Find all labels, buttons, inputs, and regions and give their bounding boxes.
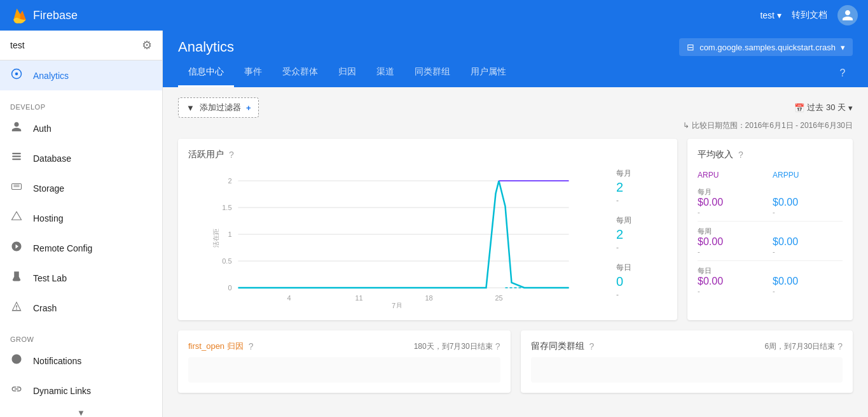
avatar[interactable] xyxy=(837,5,858,25)
tab-audience[interactable]: 受众群体 xyxy=(272,59,328,87)
active-users-help-icon[interactable]: ? xyxy=(229,150,234,160)
sidebar-project: test ⚙ xyxy=(0,31,162,60)
sidebar-item-dynamic-links[interactable]: Dynamic Links xyxy=(0,376,162,406)
daily-label-rev: 每日 xyxy=(698,266,843,276)
app-selector-label: com.google.samples.quickstart.crash xyxy=(699,43,836,52)
help-icon[interactable]: ? xyxy=(832,63,853,83)
svg-text:4: 4 xyxy=(287,294,291,302)
compare-arrow-icon: ↳ xyxy=(683,121,689,130)
auth-label: Auth xyxy=(33,124,52,134)
filter-button-label: 添加过滤器 xyxy=(200,102,241,113)
add-filter-button[interactable]: ▼ 添加过滤器 + xyxy=(178,97,259,118)
filter-row: ▼ 添加过滤器 + 📅 过去 30 天 ▾ xyxy=(178,97,853,118)
avg-revenue-card: 平均收入 ? ARPU ARPPU 每月 $0.00 $0.00 xyxy=(687,139,853,320)
sidebar-item-crash[interactable]: Crash xyxy=(0,293,162,323)
first-open-help-icon[interactable]: ? xyxy=(249,341,254,351)
retention-card-header: 留存同类群组 ? 6周，到7月30日结束 ? xyxy=(531,341,843,352)
active-users-title-row: 活跃用户 ? xyxy=(188,149,667,160)
weekly-label-rev: 每周 xyxy=(698,227,843,236)
sidebar-item-storage[interactable]: Storage xyxy=(0,173,162,203)
tab-dashboard[interactable]: 信息中心 xyxy=(178,59,234,87)
tab-cohorts[interactable]: 同类群组 xyxy=(404,59,460,87)
arpu-header: ARPU xyxy=(698,168,768,182)
revenue-divider-1 xyxy=(698,221,843,222)
tab-events[interactable]: 事件 xyxy=(234,59,272,87)
chart-stats: 每月 2 - 每周 2 - 每日 0 xyxy=(616,168,667,310)
first-open-meta-help-icon[interactable]: ? xyxy=(495,341,500,351)
storage-icon xyxy=(10,181,23,195)
avg-revenue-help-icon[interactable]: ? xyxy=(738,150,743,160)
sidebar: test ⚙ Analytics DEVELOP Auth Database xyxy=(0,31,163,417)
svg-text:0: 0 xyxy=(228,284,231,292)
firebase-logo: Firebase xyxy=(10,6,78,24)
arppu-header: ARPPU xyxy=(773,168,843,182)
svg-text:11: 11 xyxy=(355,294,362,302)
retention-meta-help-icon[interactable]: ? xyxy=(837,341,843,351)
chart-svg-container: 2 1.5 1 0.5 0 活在距 4 11 18 xyxy=(188,168,606,310)
notifications-icon xyxy=(10,353,23,368)
page-title: Analytics xyxy=(178,39,679,55)
active-users-chart-svg: 2 1.5 1 0.5 0 活在距 4 11 18 xyxy=(188,168,606,308)
first-open-chart-placeholder xyxy=(188,357,500,383)
weekly-arppu: $0.00 xyxy=(773,236,843,248)
test-lab-icon xyxy=(10,271,23,285)
active-users-card: 活跃用户 ? xyxy=(178,139,677,320)
test-lab-label: Test Lab xyxy=(33,273,67,283)
weekly-arpu: $0.00 xyxy=(698,236,768,248)
database-icon xyxy=(10,151,23,166)
sidebar-item-notifications[interactable]: Notifications xyxy=(0,346,162,376)
stat-weekly: 每周 2 - xyxy=(616,215,667,252)
analytics-nav-icon xyxy=(10,68,23,83)
auth-icon xyxy=(10,121,23,136)
sidebar-item-auth[interactable]: Auth xyxy=(0,113,162,143)
project-name: test xyxy=(10,40,25,50)
sidebar-item-remote-config[interactable]: Remote Config xyxy=(0,233,162,263)
sidebar-item-database[interactable]: Database xyxy=(0,143,162,173)
monthly-arpu: $0.00 xyxy=(698,197,768,208)
date-range: 📅 过去 30 天 ▾ xyxy=(794,102,853,113)
app-selector[interactable]: ⊟ com.google.samples.quickstart.crash ▾ xyxy=(679,38,853,56)
app-selector-chevron-icon: ▾ xyxy=(841,43,845,52)
calendar-icon: 📅 xyxy=(794,103,804,113)
revenue-divider-2 xyxy=(698,260,843,261)
retention-meta-label: 6周，到7月30日结束 xyxy=(765,341,836,352)
content-tabs: 信息中心 事件 受众群体 归因 渠道 同类群组 用户属性 ? xyxy=(178,59,853,87)
settings-icon[interactable]: ⚙ xyxy=(142,38,152,52)
stat-daily-label: 每日 xyxy=(616,262,667,273)
sidebar-item-test-lab[interactable]: Test Lab xyxy=(0,263,162,293)
retention-chart-placeholder xyxy=(531,357,843,383)
tab-funnels[interactable]: 渠道 xyxy=(366,59,404,87)
storage-label: Storage xyxy=(33,183,64,194)
sidebar-item-analytics[interactable]: Analytics xyxy=(0,60,162,90)
first-open-meta: 180天，到7月30日结束 ? xyxy=(414,341,500,352)
svg-rect-2 xyxy=(12,153,21,154)
user-name: test xyxy=(760,10,775,20)
header-right: test ▾ 转到文档 xyxy=(760,5,858,25)
app-name: Firebase xyxy=(33,9,78,22)
daily-arpu-sub: - xyxy=(698,287,768,295)
svg-text:18: 18 xyxy=(425,294,432,302)
svg-rect-4 xyxy=(12,159,21,160)
svg-rect-3 xyxy=(12,156,21,157)
retention-meta: 6周，到7月30日结束 ? xyxy=(765,341,843,352)
daily-arppu: $0.00 xyxy=(773,276,843,287)
firebase-flame-icon xyxy=(10,6,28,24)
main-content: Analytics ⊟ com.google.samples.quickstar… xyxy=(163,31,868,417)
docs-link[interactable]: 转到文档 xyxy=(792,10,827,21)
avg-revenue-title: 平均收入 xyxy=(698,149,733,160)
database-label: Database xyxy=(33,153,71,164)
active-users-title: 活跃用户 xyxy=(188,149,224,160)
tab-attribution[interactable]: 归因 xyxy=(328,59,366,87)
retention-help-icon[interactable]: ? xyxy=(589,341,595,351)
first-open-link[interactable]: first_open 归因 xyxy=(188,341,244,352)
tab-user-properties[interactable]: 用户属性 xyxy=(460,59,516,87)
user-menu[interactable]: test ▾ xyxy=(760,10,782,20)
monthly-arpu-sub: - xyxy=(698,208,768,216)
first-open-meta-label: 180天，到7月30日结束 xyxy=(414,341,493,352)
hosting-icon xyxy=(10,211,23,225)
content-header: Analytics ⊟ com.google.samples.quickstar… xyxy=(163,31,868,87)
date-range-selector[interactable]: 📅 过去 30 天 ▾ xyxy=(794,102,853,113)
sidebar-item-hosting[interactable]: Hosting xyxy=(0,203,162,233)
retention-title: 留存同类群组 ? xyxy=(531,341,595,352)
stat-monthly-sub: - xyxy=(616,196,667,205)
